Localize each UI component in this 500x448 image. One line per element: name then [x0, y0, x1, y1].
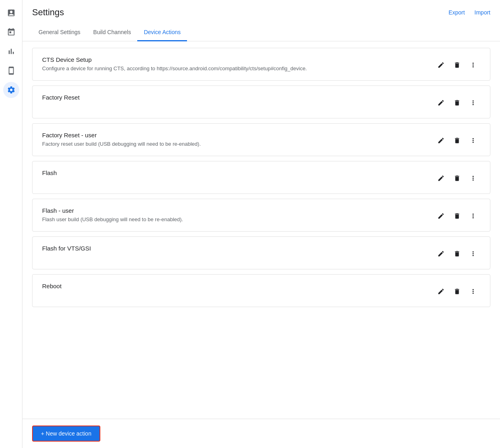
delete-button[interactable] — [450, 133, 464, 148]
edit-button[interactable] — [434, 58, 448, 72]
edit-button[interactable] — [434, 246, 448, 261]
action-card: Reboot — [32, 274, 490, 307]
action-card-description: Flash user build (USB debugging will nee… — [42, 216, 434, 222]
action-card-buttons — [434, 169, 480, 185]
action-card: CTS Device SetupConfigure a device for r… — [32, 48, 490, 81]
tabs-bar: General Settings Build Channels Device A… — [22, 24, 500, 41]
sidebar-item-schedule[interactable] — [3, 24, 19, 40]
action-card-title: Flash for VTS/GSI — [42, 245, 434, 252]
export-link[interactable]: Export — [449, 9, 465, 16]
more-button[interactable] — [466, 133, 480, 148]
content-area: CTS Device SetupConfigure a device for r… — [22, 41, 500, 419]
action-card-content-6: Reboot — [42, 283, 434, 292]
sidebar-item-settings[interactable] — [3, 82, 19, 98]
action-card: Factory Reset — [32, 86, 490, 118]
new-device-action-button[interactable]: + New device action — [32, 426, 100, 442]
action-card-buttons — [434, 283, 480, 299]
action-card-title: Flash — [42, 169, 434, 176]
header: Settings Export Import — [22, 0, 500, 18]
action-card-content-1: Factory Reset — [42, 94, 434, 103]
more-button[interactable] — [466, 209, 480, 223]
more-button[interactable] — [466, 58, 480, 72]
action-card-content-5: Flash for VTS/GSI — [42, 245, 434, 254]
edit-button[interactable] — [434, 133, 448, 148]
action-card-title: Flash - user — [42, 207, 434, 214]
action-card-title: Reboot — [42, 283, 434, 289]
more-button[interactable] — [466, 284, 480, 299]
sidebar — [0, 0, 22, 448]
action-card-content-3: Flash — [42, 169, 434, 179]
tab-build-channels[interactable]: Build Channels — [87, 24, 137, 41]
action-card-description: Configure a device for running CTS, acco… — [42, 65, 434, 71]
delete-button[interactable] — [450, 246, 464, 261]
action-card: Flash - userFlash user build (USB debugg… — [32, 199, 490, 232]
action-card-buttons — [434, 207, 480, 223]
delete-button[interactable] — [450, 209, 464, 223]
edit-button[interactable] — [434, 171, 448, 185]
tab-general-settings[interactable]: General Settings — [32, 24, 87, 41]
delete-button[interactable] — [450, 171, 464, 185]
more-button[interactable] — [466, 246, 480, 261]
edit-button[interactable] — [434, 284, 448, 299]
sidebar-item-device[interactable] — [3, 63, 19, 79]
sidebar-item-analytics[interactable] — [3, 43, 19, 59]
more-button[interactable] — [466, 96, 480, 110]
import-link[interactable]: Import — [474, 9, 490, 16]
action-card-buttons — [434, 56, 480, 72]
action-card-buttons — [434, 132, 480, 148]
more-button[interactable] — [466, 171, 480, 185]
action-card: Flash for VTS/GSI — [32, 236, 490, 269]
action-card-title: Factory Reset - user — [42, 132, 434, 138]
action-card: Factory Reset - userFactory reset user b… — [32, 123, 490, 156]
header-actions: Export Import — [449, 9, 490, 16]
action-card-content-4: Flash - userFlash user build (USB debugg… — [42, 207, 434, 222]
delete-button[interactable] — [450, 58, 464, 72]
action-card-content-0: CTS Device SetupConfigure a device for r… — [42, 56, 434, 71]
sidebar-item-reports[interactable] — [3, 5, 19, 21]
footer: + New device action — [22, 419, 500, 448]
delete-button[interactable] — [450, 284, 464, 299]
action-card-description: Factory reset user build (USB debugging … — [42, 141, 434, 147]
action-card-title: CTS Device Setup — [42, 56, 434, 63]
action-card-buttons — [434, 245, 480, 261]
action-card-title: Factory Reset — [42, 94, 434, 101]
tab-device-actions[interactable]: Device Actions — [137, 24, 187, 41]
edit-button[interactable] — [434, 96, 448, 110]
main-content: Settings Export Import General Settings … — [22, 0, 500, 448]
page-title: Settings — [32, 7, 64, 18]
action-card: Flash — [32, 161, 490, 194]
action-card-content-2: Factory Reset - userFactory reset user b… — [42, 132, 434, 147]
action-card-buttons — [434, 94, 480, 110]
delete-button[interactable] — [450, 96, 464, 110]
edit-button[interactable] — [434, 209, 448, 223]
